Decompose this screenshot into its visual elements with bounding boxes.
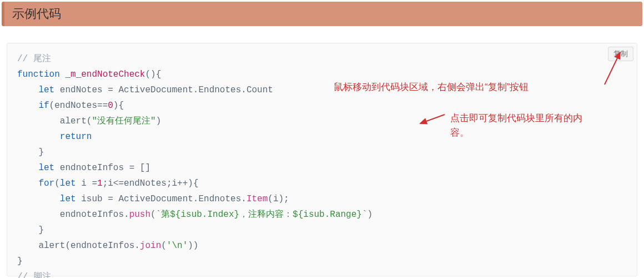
- annotation-hover-hint: 鼠标移动到代码块区域，右侧会弹出“复制”按钮: [334, 80, 529, 95]
- code-content: // 尾注 function _m_endNoteCheck(){ let en…: [17, 51, 627, 278]
- section-header: 示例代码: [2, 2, 642, 26]
- annotation-click-hint: 点击即可复制代码块里所有的内容。: [450, 111, 589, 140]
- code-block: 复制 // 尾注 function _m_endNoteCheck(){ let…: [7, 43, 637, 276]
- copy-button[interactable]: 复制: [608, 47, 633, 61]
- section-title: 示例代码: [12, 6, 61, 22]
